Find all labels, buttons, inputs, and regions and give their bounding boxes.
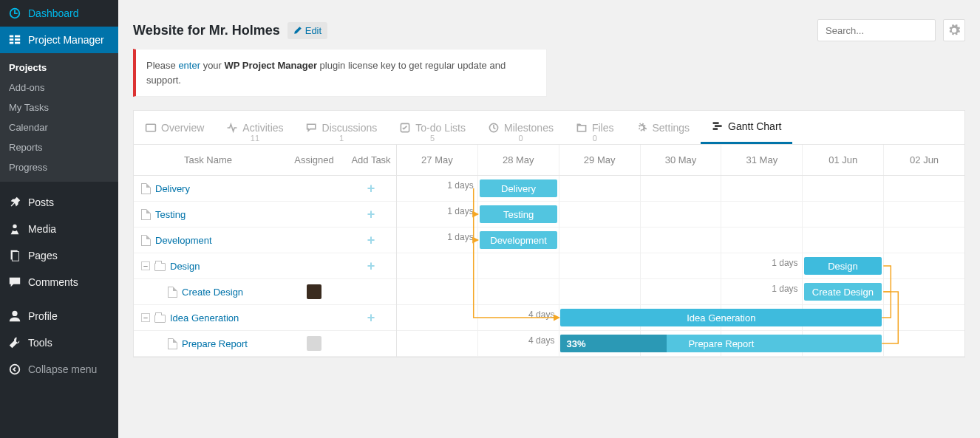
settings-icon: [636, 122, 647, 134]
svg-rect-1: [10, 38, 13, 41]
sidebar-label: Pages: [28, 250, 58, 261]
gantt-bar[interactable]: Development: [480, 231, 558, 249]
tools-icon: [7, 335, 22, 350]
sidebar-item-media[interactable]: Media: [0, 216, 118, 242]
profile-icon: [7, 309, 22, 324]
submenu-item-calendar[interactable]: Calendar: [0, 117, 118, 137]
pin-icon: [7, 195, 22, 210]
duration-label: 1 days: [397, 232, 474, 242]
bar-label: Design: [828, 261, 857, 272]
gantt-bar[interactable]: 33%Prepare Report: [560, 335, 882, 352]
gantt-bar[interactable]: Testing: [480, 205, 558, 223]
tab-overview[interactable]: Overview: [134, 111, 215, 144]
expand-toggle[interactable]: −: [141, 261, 150, 270]
task-row: −Design+: [134, 253, 396, 279]
sidebar-item-comments[interactable]: Comments: [0, 269, 118, 295]
gantt-bar[interactable]: Design: [804, 257, 882, 275]
avatar[interactable]: [307, 284, 321, 299]
sidebar-label: Comments: [28, 276, 78, 288]
tab-files[interactable]: Files 0: [565, 111, 625, 144]
col-header-assigned: Assigned: [282, 154, 346, 165]
duration-label: 1 days: [397, 206, 474, 216]
notice-enter-link[interactable]: enter: [178, 60, 200, 71]
pages-icon: [7, 248, 22, 263]
task-link[interactable]: Development: [155, 235, 212, 246]
submenu-item-projects[interactable]: Projects: [0, 58, 118, 78]
bar-label: Idea Generation: [687, 312, 755, 324]
add-task-button[interactable]: +: [367, 207, 375, 222]
gantt-bar[interactable]: Idea Generation: [560, 309, 882, 326]
edit-button[interactable]: Edit: [287, 22, 327, 39]
tab-milestones[interactable]: Milestones 0: [477, 111, 565, 144]
task-link[interactable]: Prepare Report: [182, 338, 248, 349]
add-task-button[interactable]: +: [367, 259, 375, 274]
submenu-item-mytasks[interactable]: My Tasks: [0, 97, 118, 117]
task-link[interactable]: Create Design: [182, 287, 243, 298]
sidebar-label: Profile: [28, 310, 58, 322]
settings-button[interactable]: [943, 19, 965, 41]
page-header: Website for Mr. Holmes Edit: [133, 7, 965, 49]
duration-label: 4 days: [397, 309, 554, 320]
submenu-item-reports[interactable]: Reports: [0, 137, 118, 157]
duration-label: 4 days: [397, 335, 554, 346]
add-task-button[interactable]: +: [367, 310, 375, 326]
task-link[interactable]: Delivery: [155, 183, 190, 194]
project-tabs: Overview Activities 11 Discussions 1 To-…: [133, 110, 965, 145]
page-title: Website for Mr. Holmes: [133, 23, 280, 38]
discussions-icon: [306, 122, 318, 134]
sidebar-label: Posts: [28, 196, 54, 208]
sidebar-item-collapse[interactable]: Collapse menu: [0, 356, 118, 357]
add-task-button[interactable]: +: [367, 233, 375, 248]
tab-todo[interactable]: To-do Lists 5: [388, 111, 477, 144]
search-input[interactable]: [817, 19, 936, 41]
sidebar-item-dashboard[interactable]: Dashboard: [0, 0, 118, 27]
task-row: −Idea Generation+: [134, 305, 396, 331]
task-link[interactable]: Design: [170, 261, 200, 272]
svg-rect-4: [15, 38, 20, 41]
overview-icon: [145, 122, 157, 134]
project-icon: [7, 32, 22, 47]
sidebar-item-tools[interactable]: Tools: [0, 329, 118, 356]
day-header: 27 May: [397, 145, 478, 175]
submenu-item-addons[interactable]: Add-ons: [0, 78, 118, 97]
expand-toggle[interactable]: −: [141, 313, 150, 322]
tab-discussions[interactable]: Discussions 1: [295, 111, 389, 144]
pencil-icon: [293, 26, 302, 35]
svg-rect-8: [12, 252, 18, 261]
folder-icon: [154, 263, 166, 271]
page-icon: [168, 287, 177, 298]
tab-settings[interactable]: Settings: [625, 111, 701, 144]
admin-sidebar: Dashboard Project Manager Projects Add-o…: [0, 0, 118, 357]
gantt-timeline-body: 1 daysDelivery1 daysTesting1 daysDevelop…: [397, 176, 964, 357]
svg-rect-2: [10, 42, 13, 44]
bar-label: Prepare Report: [688, 338, 754, 349]
license-notice: Please enter your WP Project Manager plu…: [133, 49, 547, 97]
day-header: 30 May: [641, 145, 722, 175]
todo-icon: [399, 122, 411, 134]
sidebar-item-pages[interactable]: Pages: [0, 242, 118, 269]
progress-fill: 33%: [560, 335, 666, 352]
svg-rect-11: [146, 124, 156, 131]
bar-label: Delivery: [501, 183, 536, 194]
sidebar-label: Media: [28, 223, 56, 235]
main-content: Website for Mr. Holmes Edit Please enter…: [118, 0, 980, 357]
tab-gantt[interactable]: Gantt Chart: [701, 111, 792, 144]
sidebar-item-project-manager[interactable]: Project Manager: [0, 27, 118, 53]
sidebar-item-posts[interactable]: Posts: [0, 189, 118, 216]
task-link[interactable]: Testing: [155, 209, 186, 220]
gantt-bar[interactable]: Delivery: [480, 179, 558, 197]
svg-rect-15: [713, 122, 719, 123]
avatar[interactable]: [307, 336, 321, 351]
add-task-button[interactable]: +: [367, 181, 375, 196]
tab-activities[interactable]: Activities 11: [215, 111, 294, 144]
gear-icon: [948, 24, 960, 36]
submenu-item-progress[interactable]: Progress: [0, 157, 118, 177]
gantt-bar[interactable]: Create Design: [804, 283, 882, 301]
task-row: Development+: [134, 227, 396, 253]
task-link[interactable]: Idea Generation: [170, 312, 239, 324]
folder-icon: [154, 315, 166, 323]
sidebar-item-profile[interactable]: Profile: [0, 303, 118, 329]
task-row: Create Design: [134, 279, 396, 305]
duration-label: 1 days: [397, 284, 798, 294]
dashboard-icon: [7, 6, 22, 21]
